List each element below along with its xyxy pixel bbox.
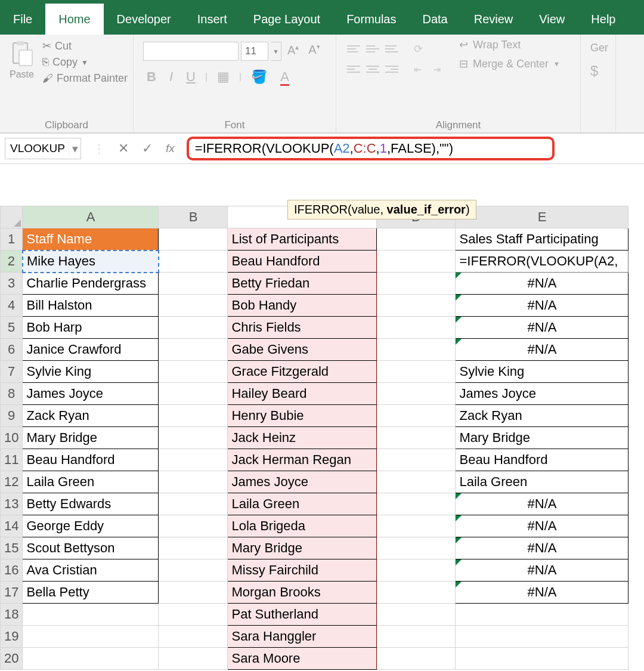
cell[interactable] <box>159 317 228 339</box>
cell[interactable]: James Joyce <box>228 471 377 493</box>
increase-font-button[interactable]: A▴ <box>284 42 302 61</box>
cell[interactable] <box>456 648 628 670</box>
decrease-font-button[interactable]: A▾ <box>305 42 323 61</box>
row-header[interactable]: 15 <box>1 537 23 559</box>
row-header[interactable]: 12 <box>1 471 23 493</box>
cell[interactable]: Mary Bridge <box>228 537 377 559</box>
tab-help[interactable]: Help <box>578 4 628 35</box>
cell[interactable]: Charlie Pendergrass <box>23 273 159 295</box>
cell[interactable] <box>159 427 228 449</box>
row-header[interactable]: 3 <box>1 273 23 295</box>
align-bottom-button[interactable] <box>384 42 400 56</box>
cell[interactable]: #N/A <box>456 339 628 361</box>
align-right-button[interactable] <box>384 62 400 76</box>
tab-page-layout[interactable]: Page Layout <box>240 4 333 35</box>
cell-b1[interactable] <box>159 228 228 251</box>
cell[interactable]: Jack Herman Regan <box>228 449 377 471</box>
cell-c1[interactable]: List of Participants <box>228 228 377 251</box>
row-header[interactable]: 10 <box>1 427 23 449</box>
cell[interactable]: Beau Handford <box>23 449 159 471</box>
cell[interactable] <box>377 449 456 471</box>
align-top-button[interactable] <box>346 42 361 56</box>
align-center-button[interactable] <box>365 62 380 76</box>
row-header[interactable]: 11 <box>1 449 23 471</box>
tab-home[interactable]: Home <box>45 4 103 35</box>
cell[interactable] <box>377 273 456 295</box>
cell[interactable] <box>377 405 456 427</box>
font-name-select[interactable] <box>143 42 239 61</box>
paste-button[interactable]: Paste <box>5 38 39 117</box>
cell[interactable]: Ava Cristian <box>23 559 159 582</box>
chevron-down-icon[interactable]: ▼ <box>271 42 281 61</box>
cell[interactable]: Zack Ryan <box>456 405 628 427</box>
cell[interactable]: Janice Crawford <box>23 339 159 361</box>
cell[interactable]: #N/A <box>456 317 628 339</box>
cell[interactable] <box>377 361 456 383</box>
cell[interactable] <box>159 251 228 273</box>
cell[interactable]: Gabe Givens <box>228 339 377 361</box>
cell[interactable] <box>377 582 456 604</box>
italic-button[interactable]: I <box>166 68 177 86</box>
cell[interactable]: Scout Bettyson <box>23 537 159 559</box>
cell[interactable]: Lola Brigeda <box>228 515 377 537</box>
cell[interactable]: Mary Bridge <box>23 427 159 449</box>
cell[interactable]: Betty Friedan <box>228 273 377 295</box>
worksheet-grid[interactable]: A B D E 1 Staff Name List of Participant… <box>0 206 644 670</box>
cell[interactable]: Bella Petty <box>23 582 159 604</box>
cell[interactable] <box>159 582 228 604</box>
cell[interactable]: Jack Heinz <box>228 427 377 449</box>
cell[interactable]: George Eddy <box>23 515 159 537</box>
copy-button[interactable]: ⎘Copy ▼ <box>42 56 128 69</box>
cell[interactable]: #N/A <box>456 273 628 295</box>
name-box[interactable]: VLOOKUP ▾ <box>5 138 81 159</box>
cell[interactable]: Laila Green <box>228 493 377 515</box>
cell[interactable]: Mary Bridge <box>456 427 628 449</box>
cell[interactable]: James Joyce <box>23 383 159 405</box>
cancel-button[interactable]: ✕ <box>118 141 129 156</box>
row-header[interactable]: 19 <box>1 626 23 648</box>
cell[interactable] <box>159 515 228 537</box>
cell[interactable]: Bill Halston <box>23 295 159 317</box>
cell[interactable] <box>23 626 159 648</box>
tab-formulas[interactable]: Formulas <box>333 4 409 35</box>
row-header[interactable]: 6 <box>1 339 23 361</box>
cell-a1[interactable]: Staff Name <box>23 228 159 251</box>
row-header[interactable]: 16 <box>1 559 23 582</box>
cell[interactable] <box>377 537 456 559</box>
merge-center-button[interactable]: ⊟Merge & Center ▼ <box>459 57 560 70</box>
tab-view[interactable]: View <box>526 4 578 35</box>
cell[interactable] <box>377 626 456 648</box>
cell[interactable] <box>159 295 228 317</box>
cell[interactable]: James Joyce <box>456 383 628 405</box>
cell-e1[interactable]: Sales Staff Participating <box>456 228 628 251</box>
cell[interactable]: #N/A <box>456 295 628 317</box>
cell[interactable] <box>377 295 456 317</box>
cell[interactable]: #N/A <box>456 559 628 582</box>
cell[interactable]: Mike Hayes <box>23 251 159 273</box>
cell[interactable]: Beau Handford <box>456 449 628 471</box>
tab-review[interactable]: Review <box>461 4 527 35</box>
cell[interactable] <box>377 515 456 537</box>
row-header[interactable]: 2 <box>1 251 23 273</box>
row-header[interactable]: 17 <box>1 582 23 604</box>
cell[interactable] <box>377 471 456 493</box>
cell[interactable]: Betty Edwards <box>23 493 159 515</box>
cell[interactable]: Bob Harp <box>23 317 159 339</box>
cell[interactable] <box>377 339 456 361</box>
tab-data[interactable]: Data <box>409 4 460 35</box>
increase-indent-button[interactable]: ⇥ <box>432 62 447 76</box>
cell[interactable]: Hailey Beard <box>228 383 377 405</box>
row-header[interactable]: 9 <box>1 405 23 427</box>
cell[interactable] <box>377 559 456 582</box>
select-all-button[interactable] <box>1 206 23 228</box>
chevron-down-icon[interactable]: ▾ <box>69 142 80 156</box>
cell[interactable] <box>23 604 159 626</box>
decrease-indent-button[interactable]: ⇤ <box>413 62 428 76</box>
cell[interactable] <box>159 604 228 626</box>
col-header-b[interactable]: B <box>159 206 228 228</box>
col-header-a[interactable]: A <box>23 206 159 228</box>
align-left-button[interactable] <box>346 62 361 76</box>
cell[interactable] <box>23 648 159 670</box>
font-size-select[interactable]: 11 <box>241 42 268 61</box>
tab-developer[interactable]: Developer <box>104 4 184 35</box>
